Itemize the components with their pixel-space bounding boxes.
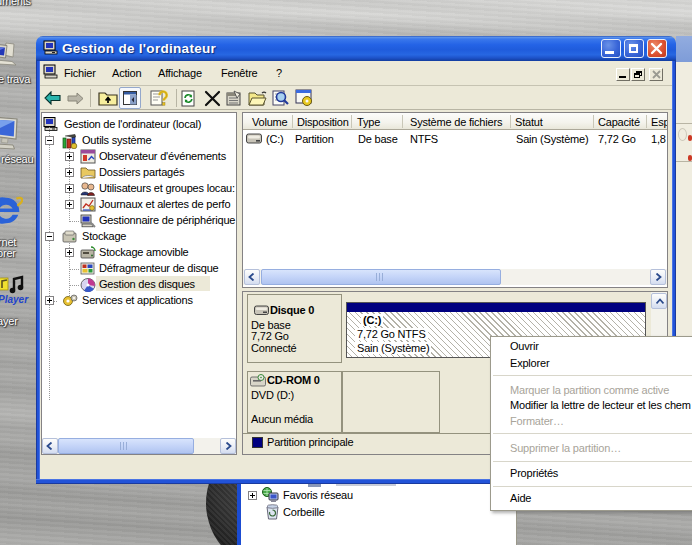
svg-text:Player: Player — [0, 294, 29, 305]
